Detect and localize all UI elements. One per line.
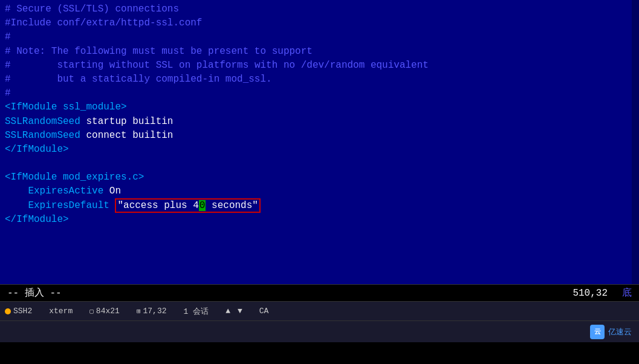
coords-item: ⊞ 17,32	[137, 307, 167, 316]
status-right: 510,32 底	[573, 287, 632, 299]
code-line-14: ExpiresActive On	[5, 184, 634, 198]
end-marker: 底	[622, 287, 632, 299]
code-line-9: SSLRandomSeed startup builtin	[5, 115, 634, 129]
bottom-bar: 云 亿速云	[0, 320, 639, 342]
yiyun-logo[interactable]: 云 亿速云	[590, 325, 632, 339]
code-line-3: #	[5, 30, 634, 44]
code-line-11: </IfModule>	[5, 143, 634, 157]
scroll-up[interactable]: ▲	[225, 307, 230, 316]
code-line-16: </IfModule>	[5, 213, 634, 227]
code-line-1: # Secure (SSL/TLS) connections	[5, 2, 634, 16]
code-line-4: # Note: The following must must be prese…	[5, 45, 634, 59]
ssh-dot-icon	[5, 308, 11, 314]
cursor: 0	[199, 200, 206, 211]
ssh-label: SSH2	[13, 307, 32, 316]
code-line-13: <IfModule mod_expires.c>	[5, 171, 634, 184]
sessions-label: 1 会话	[184, 306, 209, 317]
scroll-down[interactable]: ▼	[238, 307, 242, 316]
logo-text: 亿速云	[608, 327, 632, 337]
logo-icon: 云	[590, 325, 605, 339]
mode-label: -- 插入 --	[7, 288, 62, 299]
size-label: 84x21	[96, 307, 120, 316]
highlight-box: "access plus 40 seconds"	[115, 198, 260, 213]
status-mode: -- 插入 --	[7, 287, 573, 299]
ssh-item[interactable]: SSH2	[5, 307, 32, 316]
ca-label: CA	[259, 307, 269, 316]
code-line-10: SSLRandomSeed connect builtin	[5, 129, 634, 143]
size-item: ▢ 84x21	[89, 307, 120, 316]
terminal-icon: ▢	[89, 307, 94, 315]
code-line-7: #	[5, 86, 634, 100]
editor-area[interactable]: # Secure (SSL/TLS) connections #Include …	[0, 0, 639, 284]
code-line-8: <IfModule ssl_module>	[5, 100, 634, 114]
sessions-item[interactable]: 1 会话	[184, 306, 209, 317]
ca-item[interactable]: CA	[259, 307, 269, 316]
status-bar: -- 插入 -- 510,32 底	[0, 284, 639, 301]
coords-label: 17,32	[143, 307, 167, 316]
scrollbar[interactable]	[632, 0, 639, 284]
terminal-label: xterm	[49, 307, 73, 316]
cursor-position: 510,32	[573, 288, 608, 299]
code-line-12	[5, 157, 634, 171]
terminal-item[interactable]: xterm	[49, 307, 73, 316]
code-line-6: # but a statically compiled-in mod_ssl.	[5, 73, 634, 86]
coords-icon: ⊞	[137, 307, 141, 315]
taskbar: SSH2 xterm ▢ 84x21 ⊞ 17,32 1 会话 ▲ ▼ CA	[0, 301, 639, 320]
word-with: with	[255, 60, 277, 71]
code-line-2: #Include conf/extra/httpd-ssl.conf	[5, 16, 634, 30]
code-line-5: # starting without SSL on platforms with…	[5, 59, 634, 73]
code-line-15: ExpiresDefault "access plus 40 seconds"	[5, 199, 634, 213]
word-without: without	[109, 60, 150, 71]
